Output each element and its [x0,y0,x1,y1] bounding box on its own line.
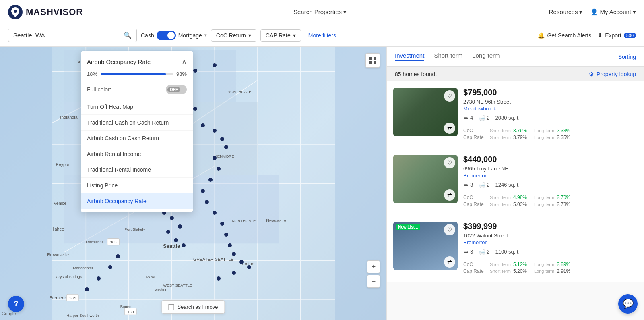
cap-rate-filter-btn[interactable]: CAP Rate ▾ [260,29,301,42]
map-pin[interactable] [201,123,205,127]
map-pin[interactable] [178,224,182,229]
cap-st-label: Short-term [490,269,511,274]
map-pin[interactable] [217,167,221,171]
zoom-in-btn[interactable]: + [367,260,380,273]
metrics-wrap: CoC Short-term 4.98% Long-term 2.70% Cap… [463,192,638,207]
favorite-btn[interactable]: ♡ [444,157,455,168]
sqft-spec: 2080 sq.ft. [495,115,520,121]
range-fill [101,73,166,75]
logo[interactable]: MASHVISOR [8,5,83,19]
cap-row: Cap Rate Short-term 5.20% Long-term 2.91… [463,268,638,274]
svg-text:Mawr: Mawr [146,274,156,279]
more-filters-btn[interactable]: More filters [305,32,339,39]
map-pin[interactable] [205,200,209,204]
dropdown-item-1[interactable]: Traditional Cash on Cash Return [80,115,193,131]
property-neighborhood[interactable]: Bremerton [463,239,638,245]
nav-search-properties[interactable]: Search Properties ▾ [293,8,347,16]
cash-mortgage-toggle[interactable] [157,31,176,40]
compare-btn[interactable]: ⇄ [444,189,455,201]
map-pin[interactable] [224,233,228,237]
beds-spec: 🛏 3 [463,182,473,188]
map-container[interactable]: Suquamish Indianola Keyport Venice Illah… [0,47,386,320]
dropdown-item-6[interactable]: Airbnb Occupancy Rate [80,193,193,209]
favorite-btn[interactable]: ♡ [444,224,455,235]
property-neighborhood[interactable]: Bremerton [463,172,638,179]
map-pin[interactable] [174,238,178,242]
nav-account[interactable]: 👤 My Account ▾ [590,8,636,16]
map-pin[interactable] [97,276,101,281]
dropdown-item-2[interactable]: Airbnb Cash on Cash Return [80,131,193,146]
map-pin[interactable] [224,145,228,149]
svg-point-1 [14,10,17,13]
map-pin[interactable] [232,271,236,275]
property-card-1[interactable]: ♡ ⇄ $440,000 6965 Troy Lane NE Bremerton… [387,148,644,215]
map-pin[interactable] [220,137,224,141]
dropdown-item-0[interactable]: Turn Off Heat Map [80,99,193,115]
property-info: $795,000 2730 NE 96th Street Meadowbrook… [458,88,638,141]
svg-rect-51 [369,57,372,60]
chat-widget[interactable]: 💬 [618,294,638,314]
compare-btn[interactable]: ⇄ [444,256,455,268]
dropdown-item-4[interactable]: Traditional Rental Income [80,162,193,178]
compare-btn[interactable]: ⇄ [444,123,455,134]
location-search-input[interactable] [13,32,124,39]
cap-label: Cap Rate [463,268,487,274]
range-min: 18% [87,71,97,77]
map-pin[interactable] [166,230,170,234]
svg-text:Harper Southworth: Harper Southworth [66,313,99,318]
search-as-move-checkbox[interactable] [168,304,174,310]
coc-lt-value: 2.70% [557,195,570,200]
map-pin[interactable] [85,287,89,291]
get-search-alerts-btn[interactable]: 🔔 Get Search Alerts [538,32,591,39]
map-pin[interactable] [232,252,236,256]
coc-return-filter-btn[interactable]: CoC Return ▾ [211,29,256,42]
search-icon-button[interactable]: 🔍 [124,31,132,39]
nav-resources[interactable]: Resources ▾ [549,8,583,16]
dropdown-item-5[interactable]: Listing Price [80,178,193,193]
export-btn[interactable]: ⬇ Export 500 [598,32,636,39]
property-lookup[interactable]: ⚙ Property lookup [589,71,636,77]
map-pin[interactable] [213,63,217,67]
property-img-wrap: New List... ♡ ⇄ [393,222,458,270]
svg-text:Venice: Venice [54,201,66,206]
zoom-out-btn[interactable]: − [367,275,380,288]
svg-text:Newcastle: Newcastle [266,218,286,223]
tab-long-term[interactable]: Long-term [472,52,500,61]
dropdown-title: Airbnb Occupancy Rate [87,58,151,65]
full-color-toggle[interactable]: OFF [166,85,187,94]
svg-text:160: 160 [127,310,134,314]
range-bar[interactable] [101,73,173,75]
dropdown-header: Airbnb Occupancy Rate ∧ [80,57,193,71]
search-as-move[interactable]: Search as I move [161,300,225,314]
results-bar: 85 homes found. ⚙ Property lookup [387,67,644,81]
location-search-wrap: 🔍 [8,29,137,42]
sqft-spec: 1246 sq.ft. [495,182,520,188]
tab-short-term[interactable]: Short-term [434,52,462,61]
dropdown-item-3[interactable]: Airbnb Rental Income [80,146,193,162]
sorting-btn[interactable]: Sorting [618,54,636,60]
coc-st-label: Short-term [490,128,511,133]
properties-list: ♡ ⇄ $795,000 2730 NE 96th Street Meadowb… [387,81,644,320]
mortgage-label: Mortgage [178,32,202,39]
map-pin[interactable] [201,189,205,193]
property-neighborhood[interactable]: Meadowbrook [463,106,638,112]
svg-rect-54 [374,61,376,64]
cap-lt-label: Long-term [534,135,554,140]
property-card-2[interactable]: New List... ♡ ⇄ $399,999 1022 Walnut Str… [387,215,644,282]
map-overlay: Suquamish Indianola Keyport Venice Illah… [0,47,386,320]
property-card-0[interactable]: ♡ ⇄ $795,000 2730 NE 96th Street Meadowb… [387,81,644,148]
coc-label: CoC [463,128,487,133]
cap-lt-value: 2.73% [557,202,570,207]
dropdown-close-btn[interactable]: ∧ [182,57,187,66]
range-max: 98% [176,71,187,77]
map-pin[interactable] [217,276,221,281]
map-pin[interactable] [213,211,217,215]
help-btn[interactable]: ? [8,296,24,312]
coc-lt-label: Long-term [534,195,554,200]
map-grid-btn[interactable] [365,53,380,68]
map-pin[interactable] [239,260,244,264]
property-price: $795,000 [463,88,638,97]
favorite-btn[interactable]: ♡ [444,90,455,102]
property-specs: 🛏 4 🛁 2 2080 sq.ft. [463,115,638,121]
tab-investment[interactable]: Investment [395,52,424,61]
